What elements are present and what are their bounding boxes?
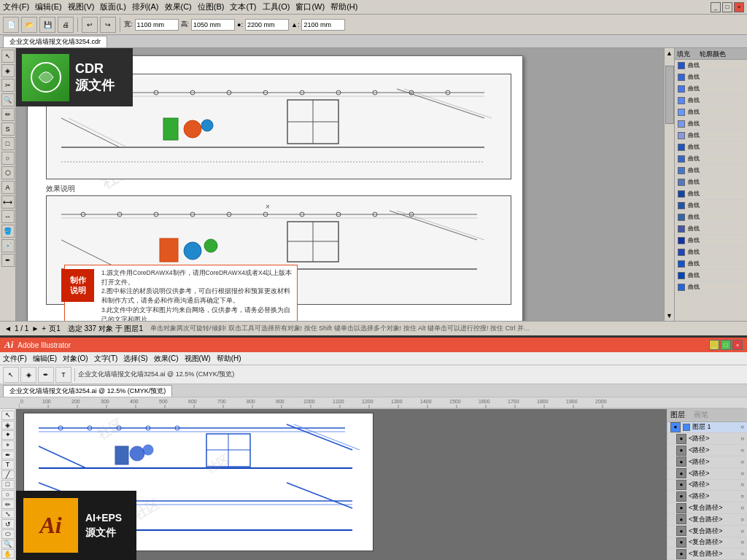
print-button[interactable]: 🖨	[58, 17, 74, 33]
ai-tool-brush[interactable]: ✏	[1, 499, 15, 509]
color-item-3[interactable]: 曲线	[675, 83, 747, 95]
redo-button[interactable]: ↪	[100, 17, 116, 33]
compound-5-eye[interactable]: ●	[676, 549, 686, 559]
menu-bitmap[interactable]: 位图(B)	[198, 1, 225, 12]
height2-input[interactable]	[301, 19, 345, 31]
ai-maximize-btn[interactable]: □	[721, 340, 731, 350]
scroll-down-btn[interactable]: ▼	[665, 311, 674, 321]
color-item-20[interactable]: 曲线	[675, 281, 747, 293]
ai-tool-line[interactable]: ╱	[1, 470, 15, 480]
ai-tool-scale[interactable]: ⤡	[1, 510, 15, 519]
ai-tool-select[interactable]: ↖	[1, 411, 15, 420]
connector-tool[interactable]: ⟷	[1, 195, 15, 209]
scroll-up-btn[interactable]: ▲	[665, 48, 674, 58]
layer-path-2[interactable]: ● <路径> ○	[667, 445, 747, 456]
next-page-btn[interactable]: ►	[31, 324, 39, 332]
ai-minimize-btn[interactable]: _	[709, 340, 719, 350]
menu-arrange[interactable]: 排列(A)	[132, 1, 159, 12]
add-page-btn[interactable]: +	[42, 324, 46, 332]
text-tool[interactable]: A	[1, 181, 15, 194]
width-input[interactable]	[135, 19, 179, 31]
polygon-tool[interactable]: ⬡	[1, 166, 15, 179]
fill-tool[interactable]: 🪣	[1, 225, 15, 238]
menu-effects[interactable]: 效果(C)	[165, 1, 192, 12]
ai-tool-direct[interactable]: ◈	[1, 421, 15, 430]
document-tab[interactable]: 企业文化墙墙报文化墙3254.cdr	[3, 36, 107, 47]
close-button[interactable]: ×	[734, 2, 744, 12]
ai-menu-file[interactable]: 文件(F)	[3, 354, 27, 364]
color-item-5[interactable]: 曲线	[675, 106, 747, 118]
new-button[interactable]: 📄	[3, 17, 19, 33]
ai-menu-object[interactable]: 对象(O)	[63, 354, 88, 364]
layer-path-3[interactable]: ● <路径> ○	[667, 456, 747, 468]
ai-tool-lasso[interactable]: ⌖	[1, 440, 15, 450]
select-tool[interactable]: ↖	[1, 50, 15, 63]
outline-tool[interactable]: ✒	[1, 254, 15, 267]
ai-menu-select[interactable]: 选择(S)	[123, 354, 147, 364]
compound-2-eye[interactable]: ●	[676, 514, 686, 524]
color-item-10[interactable]: 曲线	[675, 165, 747, 176]
open-button[interactable]: 📂	[21, 17, 37, 33]
color-item-13[interactable]: 曲线	[675, 200, 747, 211]
ai-tool-pen[interactable]: ✒	[1, 451, 15, 460]
compound-4-eye[interactable]: ●	[676, 537, 686, 548]
menu-text[interactable]: 文本(T)	[230, 1, 256, 12]
compound-1-eye[interactable]: ●	[676, 503, 686, 513]
path-1-eye[interactable]: ●	[676, 434, 686, 444]
shape-tool[interactable]: ◈	[1, 64, 15, 77]
ai-tool-type[interactable]: T	[1, 460, 15, 470]
menu-file[interactable]: 文件(F)	[3, 1, 29, 12]
layer-1-lock[interactable]: ○	[740, 424, 744, 430]
compound-3-eye[interactable]: ●	[676, 526, 686, 536]
color-item-14[interactable]: 曲线	[675, 211, 747, 223]
path-6-eye[interactable]: ●	[676, 491, 686, 502]
width2-input[interactable]	[245, 19, 289, 31]
layer-compound-4[interactable]: ● <复合路径> ○	[667, 537, 747, 549]
layer-compound-1[interactable]: ● <复合路径> ○	[667, 502, 747, 514]
layer-compound-3[interactable]: ● <复合路径> ○	[667, 526, 747, 537]
color-item-18[interactable]: 曲线	[675, 258, 747, 270]
ai-direct-select-btn[interactable]: ◈	[20, 367, 36, 383]
canvas-scrollbar-v[interactable]: ▲ ▼	[664, 48, 674, 321]
ai-tool-ellipse[interactable]: ○	[1, 490, 15, 499]
ai-select-tool-btn[interactable]: ↖	[3, 367, 19, 383]
undo-button[interactable]: ↩	[82, 17, 98, 33]
freehand-tool[interactable]: ✏	[1, 108, 15, 121]
color-item-1[interactable]: 曲线	[675, 60, 747, 71]
color-item-12[interactable]: 曲线	[675, 188, 747, 200]
color-item-2[interactable]: 曲线	[675, 71, 747, 83]
ai-tool-blend[interactable]: ⬭	[1, 529, 15, 539]
ai-doc-tab[interactable]: 企业文化墙墙报文化墙3254.ai @ 12.5% (CMYK/预览)	[3, 385, 172, 397]
layer-path-6[interactable]: ● <路径> ○	[667, 491, 747, 502]
zoom-tool[interactable]: 🔍	[1, 93, 15, 106]
menu-window[interactable]: 窗口(W)	[295, 1, 325, 12]
layer-1-eye[interactable]: ●	[670, 422, 681, 432]
layer-1-item[interactable]: ● 图层 1 ○	[667, 422, 747, 434]
ai-menu-view[interactable]: 视图(W)	[185, 354, 211, 364]
ai-pen-btn[interactable]: ✒	[38, 367, 54, 383]
height-input[interactable]	[191, 19, 235, 31]
ai-tool-rect[interactable]: □	[1, 480, 15, 489]
menu-view[interactable]: 视图(V)	[68, 1, 95, 12]
crop-tool[interactable]: ✂	[1, 79, 15, 92]
menu-tools[interactable]: 工具(O)	[263, 1, 290, 12]
color-item-6[interactable]: 曲线	[675, 118, 747, 130]
scroll-thumb[interactable]	[665, 66, 674, 124]
ai-menu-text[interactable]: 文字(T)	[94, 354, 118, 364]
eyedropper-tool[interactable]: 💉	[1, 239, 15, 252]
prev-page-btn[interactable]: ◄	[4, 324, 12, 332]
color-item-16[interactable]: 曲线	[675, 235, 747, 246]
ai-menu-effects[interactable]: 效果(C)	[154, 354, 179, 364]
minimize-button[interactable]: _	[711, 2, 721, 12]
color-item-17[interactable]: 曲线	[675, 246, 747, 258]
ellipse-tool[interactable]: ○	[1, 152, 15, 165]
path-5-eye[interactable]: ●	[676, 480, 686, 490]
color-item-15[interactable]: 曲线	[675, 223, 747, 235]
ai-type-btn[interactable]: T	[55, 367, 71, 383]
layer-compound-5[interactable]: ● <复合路径> ○	[667, 548, 747, 560]
color-item-4[interactable]: 曲线	[675, 95, 747, 106]
ai-menu-edit[interactable]: 编辑(E)	[33, 354, 57, 364]
menu-help[interactable]: 帮助(H)	[330, 1, 357, 12]
color-item-8[interactable]: 曲线	[675, 141, 747, 153]
smart-draw-tool[interactable]: S	[1, 122, 15, 136]
